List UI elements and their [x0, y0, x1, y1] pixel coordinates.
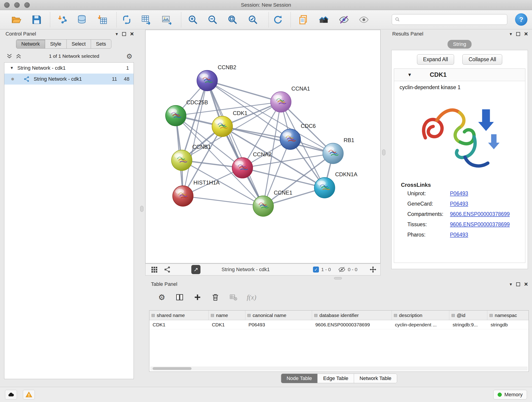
network-graph[interactable]: CCNB2CCNA1CDC25BCDK1CDC6RB1CCNB1CCNA2CDK… — [146, 30, 380, 263]
tree-expand-icon[interactable]: ▼ — [10, 66, 14, 70]
tab-select[interactable]: Select — [66, 40, 91, 48]
column-sort-icon[interactable]: ▤ — [451, 313, 455, 318]
horizontal-splitter-handle[interactable] — [334, 277, 342, 279]
tab-network-table[interactable]: Network Table — [354, 374, 397, 383]
node-CCNE1[interactable]: CCNE1 — [253, 190, 292, 216]
column-header[interactable]: ▤name — [209, 311, 245, 320]
search-input[interactable] — [403, 17, 504, 22]
import-network-button[interactable] — [56, 13, 69, 26]
node-CDKN1A[interactable]: CDKN1A — [314, 171, 357, 198]
cloud-status-button[interactable] — [5, 390, 17, 400]
tab-sets[interactable]: Sets — [91, 40, 111, 48]
column-sort-icon[interactable]: ▤ — [394, 313, 397, 318]
crosslink-link[interactable]: P06493 — [450, 191, 468, 197]
float-panel-icon[interactable] — [122, 32, 126, 36]
string-tab-badge[interactable]: String — [447, 40, 472, 49]
birdseye-grid-icon[interactable] — [151, 266, 158, 273]
column-header[interactable]: ▤shared name — [149, 311, 209, 320]
network-overview-icon[interactable] — [164, 266, 171, 273]
expand-all-icon[interactable] — [15, 53, 22, 60]
show-columns-icon[interactable] — [175, 293, 184, 302]
zoom-fit-button[interactable] — [226, 13, 239, 26]
collapse-all-button[interactable]: Collapse All — [462, 54, 502, 65]
node-HIST1H1A[interactable]: HIST1H1A — [172, 179, 220, 206]
zoom-selected-button[interactable] — [247, 13, 259, 26]
table-cell[interactable]: CDK1 — [209, 320, 245, 329]
hide-unselected-button[interactable] — [337, 13, 350, 26]
apply-layout-button[interactable] — [272, 13, 284, 26]
table-cell[interactable]: 9606.ENSP00000378699 — [312, 320, 392, 329]
tab-style[interactable]: Style — [45, 40, 66, 48]
tab-node-table[interactable]: Node Table — [281, 374, 317, 383]
float-panel-icon[interactable] — [516, 282, 520, 286]
network-canvas[interactable]: CCNB2CCNA1CDC25BCDK1CDC6RB1CCNB1CCNA2CDK… — [145, 30, 380, 263]
column-sort-icon[interactable]: ▤ — [210, 313, 214, 318]
network-collection-row[interactable]: ▼ String Network - cdk1 1 — [4, 63, 133, 74]
column-header[interactable]: ▤@id — [449, 311, 487, 320]
close-window-button[interactable] — [4, 2, 10, 8]
crosslink-link[interactable]: 9606.ENSP00000378699 — [450, 221, 510, 228]
minimize-window-button[interactable] — [14, 2, 20, 8]
export-network-button[interactable] — [120, 13, 133, 26]
delete-column-trash-icon[interactable] — [211, 293, 220, 302]
network-row-selected[interactable]: String Network - cdk1 11 48 — [4, 74, 133, 85]
edge-CCNB2-HIST1H1A[interactable] — [183, 81, 207, 196]
crosslink-link[interactable]: P06493 — [450, 232, 468, 238]
close-panel-icon[interactable]: × — [524, 31, 528, 37]
column-header[interactable]: ▤namespac — [487, 311, 529, 320]
open-session-button[interactable] — [10, 13, 23, 26]
warnings-button[interactable] — [23, 390, 35, 400]
hidden-eye-slash-icon[interactable] — [338, 266, 346, 273]
function-builder-button[interactable]: f(x) — [247, 293, 256, 301]
node-CDK1[interactable]: CDK1 — [212, 110, 247, 137]
panel-menu-icon[interactable]: ▾ — [116, 31, 118, 37]
table-cell[interactable]: stringdb:9... — [449, 320, 487, 329]
save-session-button[interactable] — [30, 13, 43, 26]
column-header[interactable]: ▤database identifier — [312, 311, 392, 320]
horizontal-scrollbar[interactable] — [150, 366, 528, 370]
column-sort-icon[interactable]: ▤ — [247, 313, 251, 318]
crosslink-link[interactable]: 9606.ENSP00000378699 — [450, 211, 510, 217]
node-CCNA2[interactable]: CCNA2 — [232, 151, 272, 178]
column-sort-icon[interactable]: ▤ — [151, 313, 155, 318]
clear-table-icon[interactable] — [229, 293, 238, 302]
column-sort-icon[interactable]: ▤ — [489, 313, 493, 318]
expand-all-button[interactable]: Expand All — [417, 54, 454, 65]
memory-button[interactable]: Memory — [493, 390, 527, 400]
import-table-button[interactable] — [96, 13, 109, 26]
table-settings-gear-icon[interactable]: ⚙ — [157, 293, 166, 302]
zoom-in-button[interactable] — [186, 13, 199, 26]
column-sort-icon[interactable]: ▤ — [314, 313, 317, 318]
scrollbar-thumb[interactable] — [152, 367, 191, 370]
pan-move-icon[interactable] — [369, 266, 377, 273]
add-column-icon[interactable] — [193, 293, 202, 302]
export-image-button[interactable] — [160, 13, 173, 26]
help-button[interactable]: ? — [515, 13, 527, 26]
home-button[interactable] — [317, 13, 330, 26]
collapse-all-icon[interactable] — [6, 53, 13, 60]
import-network-database-button[interactable] — [75, 13, 88, 26]
edge-CCNB2-CCNE1[interactable] — [207, 81, 263, 206]
close-panel-icon[interactable]: × — [130, 31, 134, 37]
collapse-protein-icon[interactable]: ▼ — [407, 72, 412, 77]
left-splitter-handle[interactable] — [140, 206, 143, 212]
column-header[interactable]: ▤canonical name — [245, 311, 312, 320]
table-cell[interactable]: P06493 — [245, 320, 312, 329]
edge-CCNB2-CCNA1[interactable] — [207, 81, 281, 102]
right-splitter-handle[interactable] — [382, 149, 385, 155]
tab-edge-table[interactable]: Edge Table — [317, 374, 354, 383]
panel-menu-icon[interactable]: ▾ — [510, 31, 512, 37]
zoom-out-button[interactable] — [206, 13, 219, 26]
crosslink-link[interactable]: P06493 — [450, 201, 468, 207]
close-panel-icon[interactable]: × — [524, 281, 528, 287]
zoom-window-button[interactable] — [24, 2, 30, 8]
edge-HIST1H1A-CCNE1[interactable] — [183, 196, 263, 206]
network-options-gear-icon[interactable]: ⚙ — [126, 52, 133, 60]
float-panel-icon[interactable] — [516, 32, 520, 36]
panel-menu-icon[interactable]: ▾ — [510, 281, 512, 287]
window-controls[interactable] — [4, 2, 30, 8]
table-cell[interactable]: CDK1 — [149, 320, 209, 329]
export-table-button[interactable] — [140, 13, 153, 26]
tab-network[interactable]: Network — [16, 40, 45, 48]
table-cell[interactable]: stringdb — [487, 320, 529, 329]
